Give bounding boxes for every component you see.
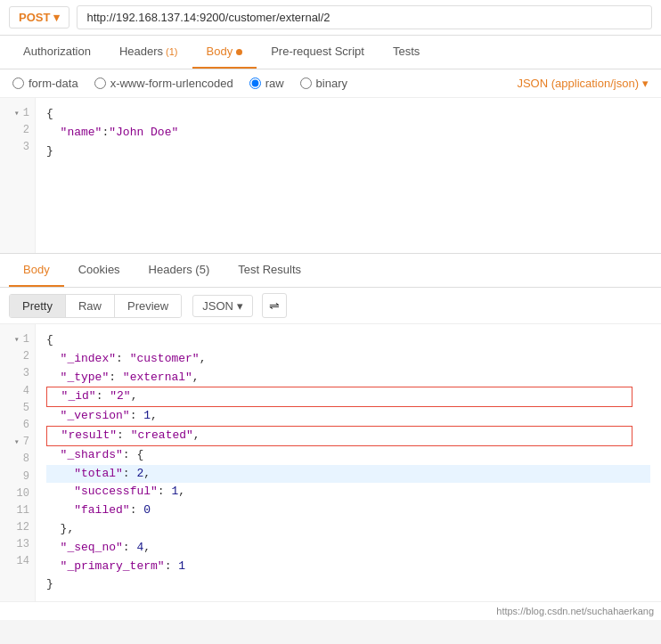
resp-num-2: 2 bbox=[5, 348, 29, 365]
pretty-btn[interactable]: Pretty bbox=[10, 295, 66, 317]
resp-num-13: 13 bbox=[5, 536, 29, 553]
resp-line-numbers: ▾1 2 3 4 5 6 ▾7 8 9 10 11 12 13 14 bbox=[0, 324, 36, 601]
resp-line-14: } bbox=[46, 575, 650, 594]
resp-num-5: 5 bbox=[5, 400, 29, 417]
resp-line-9: "successful": 1, bbox=[46, 483, 650, 501]
response-toolbar: Pretty Raw Preview JSON ▾ ⇌ bbox=[0, 288, 661, 324]
response-code-area: ▾1 2 3 4 5 6 ▾7 8 9 10 11 12 13 14 { "_i… bbox=[0, 324, 661, 601]
expand-arrow-r7: ▾ bbox=[14, 436, 20, 450]
resp-num-14: 14 bbox=[5, 553, 29, 570]
chevron-down-icon: ▾ bbox=[237, 299, 243, 313]
body-type-formdata[interactable]: form-data bbox=[12, 77, 78, 90]
resp-num-6: 6 bbox=[5, 417, 29, 434]
resp-num-4: 4 bbox=[5, 383, 29, 400]
req-line-1: { bbox=[46, 105, 650, 124]
method-label: POST bbox=[19, 11, 50, 24]
tab-headers[interactable]: Headers (1) bbox=[105, 36, 192, 69]
chevron-down-icon: ▾ bbox=[642, 77, 649, 90]
body-type-xwww[interactable]: x-www-form-urlencoded bbox=[94, 77, 233, 90]
req-line-3: } bbox=[46, 143, 650, 161]
tab-prerequest[interactable]: Pre-request Script bbox=[257, 36, 379, 69]
resp-num-8: 8 bbox=[5, 451, 29, 468]
request-line-numbers: ▾ 1 2 3 bbox=[0, 98, 36, 253]
body-type-binary[interactable]: binary bbox=[300, 77, 347, 90]
expand-arrow-1: ▾ bbox=[14, 107, 20, 121]
resp-tab-testresults[interactable]: Test Results bbox=[224, 254, 315, 287]
resp-line-12: "_seq_no": 4, bbox=[46, 539, 650, 558]
view-mode-group: Pretty Raw Preview bbox=[9, 294, 182, 318]
resp-line-7: "_shards": { bbox=[46, 446, 650, 465]
resp-line-6: "result": "created", bbox=[46, 426, 632, 446]
resp-num-9: 9 bbox=[5, 469, 29, 485]
json-type-dropdown[interactable]: JSON (application/json) ▾ bbox=[517, 77, 649, 90]
tab-authorization[interactable]: Authorization bbox=[9, 36, 105, 69]
body-active-dot bbox=[236, 49, 242, 55]
url-input[interactable] bbox=[77, 5, 652, 29]
wrap-lines-icon: ⇌ bbox=[269, 298, 280, 313]
req-line-2: "name":"John Doe" bbox=[46, 124, 650, 143]
line-num-1: ▾ 1 bbox=[5, 105, 29, 122]
resp-num-11: 11 bbox=[5, 502, 29, 519]
resp-num-1: ▾1 bbox=[5, 331, 29, 348]
expand-arrow-r1: ▾ bbox=[14, 333, 20, 347]
resp-num-7: ▾7 bbox=[5, 434, 29, 451]
resp-tab-body[interactable]: Body bbox=[9, 254, 64, 287]
resp-line-2: "_index": "customer", bbox=[46, 350, 650, 369]
raw-btn[interactable]: Raw bbox=[66, 295, 115, 317]
resp-line-3: "_type": "external", bbox=[46, 369, 650, 387]
body-type-raw[interactable]: raw bbox=[249, 77, 284, 90]
footer-link: https://blog.csdn.net/suchahaerkang bbox=[0, 601, 661, 620]
format-dropdown[interactable]: JSON ▾ bbox=[192, 295, 253, 317]
resp-num-12: 12 bbox=[5, 519, 29, 536]
resp-line-13: "_primary_term": 1 bbox=[46, 558, 650, 576]
response-tab-nav: Body Cookies Headers (5) Test Results bbox=[0, 254, 661, 288]
tab-tests[interactable]: Tests bbox=[379, 36, 434, 69]
request-code-content[interactable]: { "name":"John Doe" } bbox=[36, 98, 661, 253]
line-num-2: 2 bbox=[5, 122, 29, 139]
resp-num-10: 10 bbox=[5, 485, 29, 502]
resp-line-1: { bbox=[46, 331, 650, 350]
line-num-3: 3 bbox=[5, 139, 29, 156]
request-body-editor: ▾ 1 2 3 { "name":"John Doe" } bbox=[0, 98, 661, 254]
resp-tab-cookies[interactable]: Cookies bbox=[64, 254, 135, 287]
resp-line-4: "_id": "2", bbox=[46, 387, 632, 407]
tab-body[interactable]: Body bbox=[192, 36, 257, 69]
resp-tab-headers[interactable]: Headers (5) bbox=[135, 254, 224, 287]
resp-line-11: }, bbox=[46, 520, 650, 539]
top-bar: POST ▾ bbox=[0, 0, 661, 36]
response-section: Body Cookies Headers (5) Test Results Pr… bbox=[0, 254, 661, 620]
body-type-bar: form-data x-www-form-urlencoded raw bina… bbox=[0, 69, 661, 98]
resp-code-content: { "_index": "customer", "_type": "extern… bbox=[36, 324, 661, 601]
preview-btn[interactable]: Preview bbox=[115, 295, 181, 317]
wrap-icon[interactable]: ⇌ bbox=[262, 293, 287, 318]
resp-num-3: 3 bbox=[5, 365, 29, 382]
method-chevron-icon: ▾ bbox=[53, 11, 60, 24]
request-tab-nav: Authorization Headers (1) Body Pre-reque… bbox=[0, 36, 661, 69]
resp-line-8: "total": 2, bbox=[46, 465, 650, 484]
method-button[interactable]: POST ▾ bbox=[9, 6, 69, 29]
resp-line-10: "failed": 0 bbox=[46, 501, 650, 520]
resp-line-5: "_version": 1, bbox=[46, 407, 650, 426]
